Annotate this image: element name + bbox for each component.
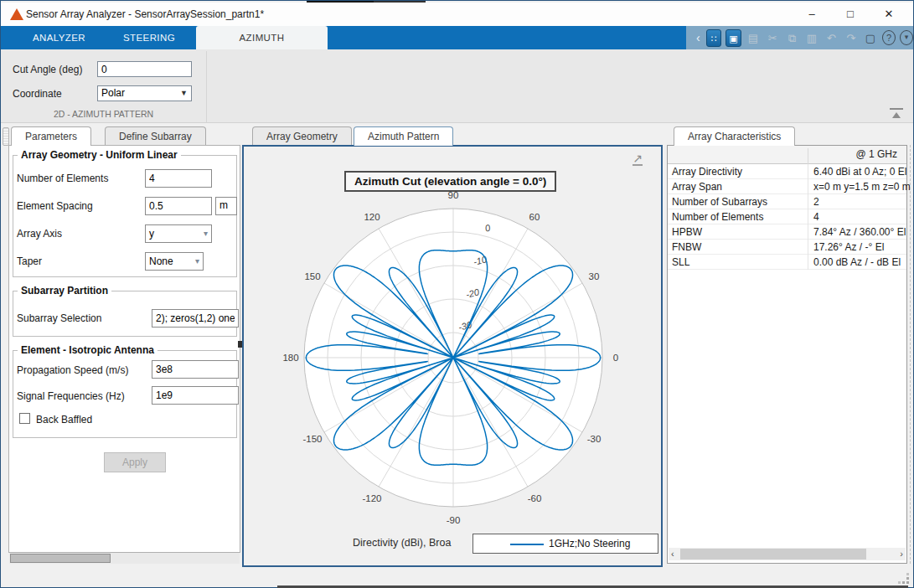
screenshot-icon[interactable]: ▣	[726, 29, 741, 47]
subarray-selection-input[interactable]	[152, 309, 239, 328]
app-window: Sensor Array Analyzer - SensorArraySessi…	[0, 0, 914, 588]
export-figure-icon[interactable]: ↗	[633, 153, 643, 166]
tab-azimuth-pattern-view[interactable]: Azimuth Pattern	[354, 126, 453, 146]
number-of-elements-input[interactable]	[145, 169, 212, 188]
right-panel-hscrollbar[interactable]: ‹ ›	[669, 548, 906, 560]
resize-grip[interactable]	[898, 573, 909, 584]
tab-steering[interactable]: STEERING	[103, 26, 195, 49]
svg-text:-90: -90	[447, 515, 461, 525]
svg-text:30: 30	[589, 271, 600, 281]
row-label: FNBW	[672, 241, 701, 253]
signal-frequencies-input[interactable]	[152, 386, 239, 405]
row-value: 6.40 dBi at 0 Az; 0 El	[808, 164, 906, 179]
cut-angle-input[interactable]	[97, 61, 192, 77]
parameters-panel: Array Geometry - Uniform Linear Number o…	[8, 145, 240, 553]
field-label: Array Axis	[17, 228, 62, 240]
window-title: Sensor Array Analyzer - SensorArraySessi…	[26, 8, 264, 20]
svg-text:-120: -120	[362, 493, 381, 503]
row-label: Number of Elements	[672, 211, 763, 223]
array-axis-select[interactable]: y ▾	[145, 224, 212, 243]
scrollbar-thumb[interactable]	[10, 554, 111, 563]
tab-parameters[interactable]: Parameters	[11, 126, 91, 146]
plot-title: Azimuth Cut (elevation angle = 0.0°)	[344, 171, 556, 192]
tab-array-geometry[interactable]: Array Geometry	[252, 126, 352, 146]
propagation-speed-input[interactable]	[152, 360, 239, 379]
table-row[interactable]: SLL0.00 dB Az / - dB El	[668, 255, 906, 270]
plot-legend[interactable]: 1GHz;No Steering	[472, 534, 658, 554]
scroll-left-icon[interactable]: ‹	[671, 549, 674, 559]
svg-text:180: 180	[282, 353, 298, 363]
title-bar: Sensor Array Analyzer - SensorArraySessi…	[1, 3, 913, 26]
row-value: 7.84° Az / 360.00° El	[808, 224, 906, 240]
row-value: 4	[808, 209, 906, 224]
toolstrip-separator	[206, 51, 207, 123]
row-label: Array Span	[672, 181, 722, 193]
back-baffled-checkbox[interactable]	[19, 413, 30, 424]
chevron-down-icon: ▾	[195, 256, 199, 266]
tab-analyzer[interactable]: ANALYZER	[13, 26, 106, 49]
svg-text:-60: -60	[528, 493, 542, 503]
help-icon[interactable]: ?	[882, 30, 896, 45]
tab-azimuth-pattern[interactable]: AZIMUTH PATTERN	[196, 26, 328, 49]
tab-array-characteristics[interactable]: Array Characteristics	[674, 126, 795, 146]
row-label: HPBW	[672, 226, 702, 238]
copy-icon: ⧉	[784, 29, 799, 47]
svg-text:150: 150	[304, 271, 320, 281]
maximize-button[interactable]: □	[831, 3, 870, 26]
quick-access-toolbar: ‹ ∷ ▣ ▤ ✂ ⧉ ▥ ↶ ↷ ▢ ? ▾	[686, 26, 913, 49]
svg-text:120: 120	[364, 212, 380, 222]
legend-line-sample	[510, 544, 544, 545]
splitter-handle[interactable]	[910, 145, 911, 564]
row-value: 0.00 dB Az / - dB El	[808, 255, 906, 270]
left-panel-hscrollbar[interactable]	[9, 553, 240, 564]
field-label: Signal Frequencies (Hz)	[17, 390, 125, 402]
row-value: 17.26° Az / -° El	[808, 240, 906, 255]
layout-icon[interactable]: ▢	[863, 29, 878, 47]
back-baffled-label: Back Baffled	[36, 414, 92, 426]
svg-text:60: 60	[529, 212, 540, 222]
polar-plot: 0306090120150180-150-120-90-60-300-10-20…	[244, 147, 661, 565]
field-label: Taper	[17, 255, 42, 267]
table-row[interactable]: FNBW17.26° Az / -° El	[668, 240, 906, 255]
chevron-down-icon: ▾	[204, 229, 208, 238]
array-axis-value: y	[149, 228, 154, 240]
table-row[interactable]: Number of Subarrays2	[668, 194, 906, 209]
array-characteristics-panel: @ 1 GHz Array Directivity6.40 dBi at 0 A…	[667, 145, 907, 564]
azimuth-pattern-panel: 0306090120150180-150-120-90-60-300-10-20…	[242, 145, 663, 567]
close-button[interactable]: ✕	[870, 3, 908, 26]
row-label: Array Directivity	[672, 166, 742, 178]
apply-button[interactable]: Apply	[104, 452, 166, 472]
scroll-right-icon[interactable]: ›	[900, 549, 903, 559]
table-row[interactable]: Number of Elements4	[668, 209, 906, 224]
more-icon[interactable]: ▾	[900, 30, 913, 45]
minimize-button[interactable]: –	[793, 3, 831, 26]
table-row[interactable]: HPBW7.84° Az / 360.00° El	[668, 224, 906, 240]
group-array-geometry: Array Geometry - Uniform Linear Number o…	[13, 155, 237, 277]
toolstrip-body: Cut Angle (deg) Coordinate Polar ▼ 2D - …	[1, 49, 913, 123]
collapse-toolstrip-icon[interactable]	[890, 108, 903, 118]
table-row[interactable]: Array Spanx=0 m y=1.5 m z=0 m	[668, 179, 906, 194]
scrollbar-thumb[interactable]	[680, 549, 866, 560]
redo-icon: ↷	[843, 29, 858, 47]
group-subarray-partition: Subarray Partition Subarray Selection	[13, 291, 237, 337]
table-header-value: @ 1 GHz	[808, 148, 901, 164]
tab-define-subarray[interactable]: Define Subarray	[105, 126, 206, 146]
toolbar-overflow-icon[interactable]: ‹	[696, 31, 700, 44]
legend-entry-label: 1GHz;No Steering	[549, 538, 630, 549]
table-row[interactable]: Array Directivity6.40 dBi at 0 Az; 0 El	[668, 164, 906, 179]
table-header-row: @ 1 GHz	[668, 146, 906, 164]
coordinate-select[interactable]: Polar ▼	[97, 85, 192, 101]
element-spacing-unit[interactable]: m	[215, 197, 237, 215]
row-value: 2	[808, 194, 906, 209]
coordinate-label: Coordinate	[13, 88, 62, 100]
panel-grip-handle[interactable]	[3, 127, 9, 146]
field-label: Element Spacing	[17, 200, 93, 212]
new-session-icon[interactable]: ∷	[706, 29, 722, 47]
undo-icon: ↶	[824, 29, 839, 47]
svg-text:-30: -30	[587, 434, 602, 444]
taper-select[interactable]: None ▾	[145, 252, 204, 271]
chevron-down-icon: ▼	[180, 89, 188, 97]
element-spacing-input[interactable]	[145, 197, 212, 215]
row-value: x=0 m y=1.5 m z=0 m	[808, 179, 906, 194]
matlab-logo-icon	[10, 8, 23, 20]
